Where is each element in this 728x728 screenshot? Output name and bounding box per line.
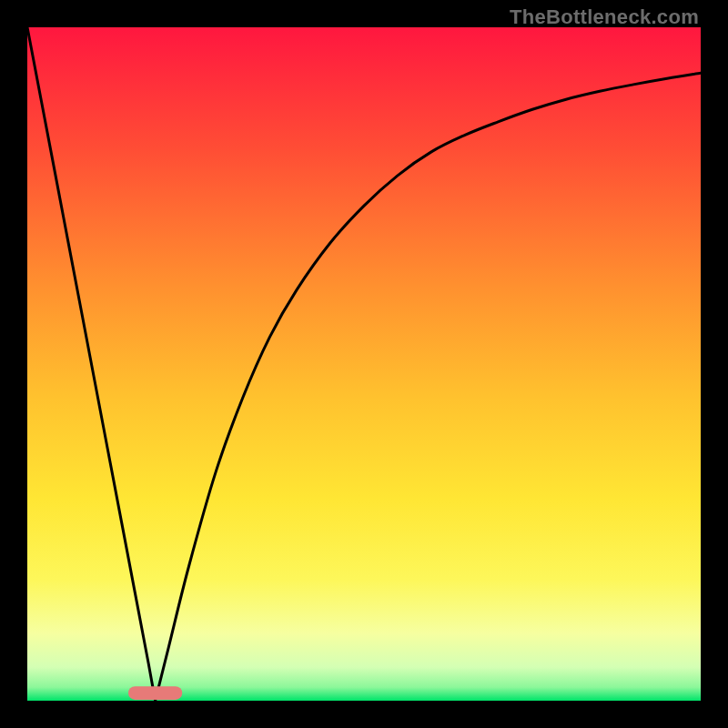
- min-marker: [128, 686, 182, 700]
- chart-frame: TheBottleneck.com: [0, 0, 728, 728]
- watermark-text: TheBottleneck.com: [510, 5, 699, 29]
- chart-svg: [27, 27, 701, 701]
- plot-area: [27, 27, 701, 701]
- gradient-background: [27, 27, 701, 701]
- min-marker-pill: [128, 686, 182, 700]
